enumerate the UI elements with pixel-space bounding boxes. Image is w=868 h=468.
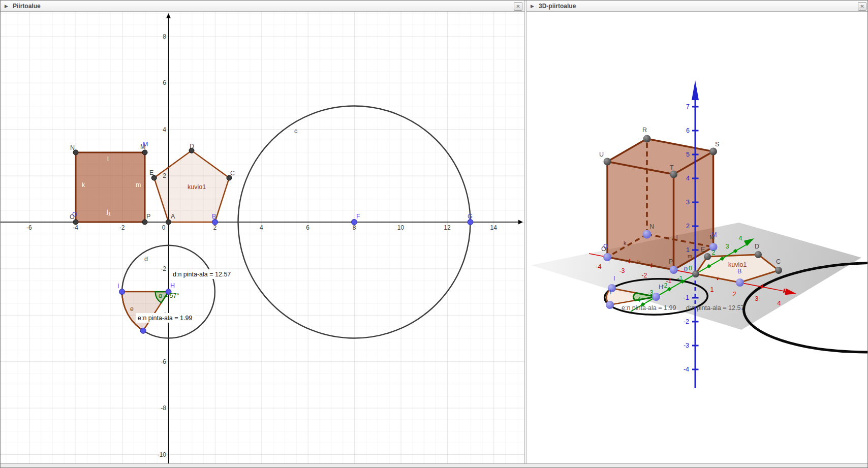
- x-tick: 12: [444, 224, 451, 231]
- y-tick-3d: 4: [739, 235, 742, 242]
- z-tick-zero: 0: [684, 266, 688, 273]
- right-panel-title: 3D-piirtoalue: [539, 3, 576, 10]
- collapse-triangle-icon[interactable]: ▶: [5, 4, 11, 9]
- label-H-3d: H: [659, 284, 663, 291]
- box-front-face[interactable]: [607, 162, 674, 270]
- y-tick: -2: [161, 265, 166, 272]
- x-tick-3d: -4: [596, 263, 601, 270]
- label-B: B: [212, 213, 216, 220]
- point-P-3d[interactable]: [670, 266, 678, 274]
- z-tick: -1: [684, 294, 689, 301]
- x-tick: 10: [397, 224, 405, 231]
- x-tick-3d: 3: [755, 295, 759, 302]
- point-B[interactable]: [212, 220, 218, 225]
- graphics-view-2d[interactable]: -6 -4 -2 0 2 4 6 8 10 12 14 8 6 4 2 -2 -…: [1, 12, 524, 463]
- y-tick: 6: [163, 79, 166, 86]
- point-E-3d[interactable]: [704, 253, 711, 260]
- x-tick-3d: 2: [733, 291, 736, 298]
- label-kuvio1: kuvio1: [188, 183, 206, 191]
- point-O-3d[interactable]: [603, 253, 611, 261]
- label-F: F: [356, 213, 360, 220]
- label-E-3d: E: [701, 246, 705, 253]
- x-tick-3d: -2: [641, 272, 647, 279]
- label-C-3d: C: [776, 258, 781, 265]
- e-area-text: e:n pinta-ala = 1.99: [138, 315, 192, 322]
- label-E: E: [149, 169, 153, 176]
- y-tick: 4: [163, 126, 166, 133]
- label-edge-m-3d: m: [688, 253, 692, 259]
- label-S-3d: S: [715, 141, 719, 148]
- y-tick: -8: [161, 404, 166, 412]
- point-C-3d[interactable]: [775, 267, 782, 274]
- d-area-text-3d[interactable]: d:n pinta-ala = 12.57: [686, 304, 744, 311]
- label-P: P: [146, 213, 150, 220]
- x-tick: 6: [306, 224, 309, 231]
- point-I[interactable]: [119, 289, 125, 295]
- point-S-3d[interactable]: [709, 148, 717, 155]
- text-e-area[interactable]: e:n pinta-ala = 1.99: [136, 313, 195, 323]
- label-C: C: [230, 170, 235, 177]
- label-N: N: [70, 144, 75, 151]
- label-B-3d: B: [737, 268, 741, 275]
- right-panel-header: ▶ 3D-piirtoalue ✕: [526, 1, 868, 12]
- left-panel-header: ▶ Piirtoalue ✕: [1, 1, 524, 12]
- label-T-3d: T: [670, 164, 674, 171]
- x-tick-3d: -3: [619, 267, 625, 274]
- z-tick: 6: [686, 127, 690, 134]
- y-tick-3d: -3: [647, 289, 653, 296]
- y-tick-3d: 2: [712, 249, 716, 256]
- point-B-3d[interactable]: [736, 278, 744, 287]
- point-N-3d[interactable]: [643, 230, 652, 239]
- x-tick: -4: [73, 224, 78, 231]
- x-tick: 0: [162, 224, 166, 231]
- label-D: D: [190, 143, 194, 150]
- label-edge-l-3d: l: [676, 234, 677, 240]
- graphics-view-3d[interactable]: k l m j1: [526, 12, 868, 463]
- point-I-prime[interactable]: [140, 328, 146, 333]
- label-alpha: α = 57°: [159, 292, 179, 299]
- x-tick: -2: [119, 224, 125, 231]
- grid-major: [1, 12, 524, 463]
- label-edge-k-3d: k: [624, 240, 627, 246]
- label-edge-k: k: [82, 181, 85, 189]
- point-U-3d[interactable]: [604, 158, 611, 166]
- point-G[interactable]: [468, 220, 473, 225]
- x-tick: 14: [490, 224, 498, 231]
- x-tick: 4: [260, 224, 263, 231]
- z-tick: 2: [686, 223, 690, 230]
- close-icon[interactable]: ✕: [858, 2, 866, 11]
- y-tick-3d: 3: [726, 243, 729, 250]
- point-M[interactable]: [142, 150, 147, 155]
- e-area-text-3d[interactable]: e:n pinta-ala = 1.99: [622, 304, 676, 311]
- geogebra-window: ▶ Piirtoalue ✕ ▶ 3D-piirtoalue ✕ -6: [0, 0, 868, 468]
- label-N-3d: N: [649, 223, 654, 230]
- label-O-overlap: O: [72, 211, 77, 218]
- text-d-area[interactable]: d:n pinta-ala = 12.57: [171, 269, 232, 279]
- point-T-3d[interactable]: [670, 171, 677, 178]
- label-I-prime-3d: I': [610, 289, 613, 296]
- point-A[interactable]: [166, 220, 171, 225]
- point-R-3d[interactable]: [643, 135, 651, 143]
- point-I-prime-3d[interactable]: [606, 301, 614, 309]
- window-bottom-edge: [1, 463, 868, 468]
- close-icon[interactable]: ✕: [514, 2, 522, 11]
- origin-zero-green: 0: [689, 265, 692, 272]
- point-F[interactable]: [352, 220, 357, 225]
- label-U-3d: U: [599, 151, 604, 158]
- collapse-triangle-icon[interactable]: ▶: [531, 4, 537, 9]
- label-edge-m: m: [136, 181, 141, 189]
- left-panel-title: Piirtoalue: [13, 3, 41, 10]
- z-tick: 5: [686, 151, 690, 158]
- label-G: G: [468, 213, 473, 220]
- label-D-3d: D: [755, 243, 759, 250]
- label-P-3d: P: [669, 258, 673, 265]
- point-P[interactable]: [142, 220, 147, 225]
- point-A-3d[interactable]: [692, 270, 699, 277]
- label-M-overlap: M: [143, 141, 148, 148]
- y-tick: 8: [163, 33, 166, 40]
- point-D-3d[interactable]: [755, 251, 762, 258]
- z-tick: 1: [686, 246, 690, 254]
- z-tick: 7: [686, 103, 690, 110]
- label-c: c: [294, 128, 297, 135]
- label-I-3d: I: [613, 275, 615, 282]
